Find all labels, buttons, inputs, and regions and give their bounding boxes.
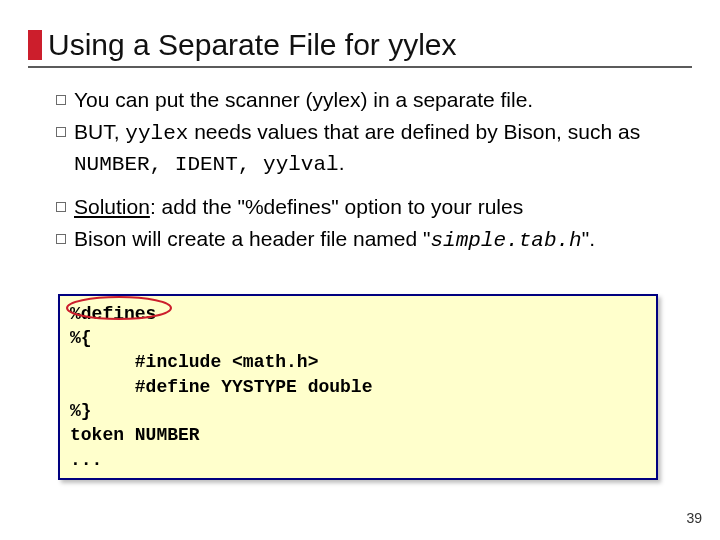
code-line: ... (70, 448, 646, 472)
text-fragment: needs values that are defined by Bison, … (188, 120, 640, 143)
code-line: %defines (70, 302, 646, 326)
bullet-text: You can put the scanner (yylex) in a sep… (74, 86, 682, 114)
code-line: %{ (70, 326, 646, 350)
bullet-text: Solution: add the "%defines" option to y… (74, 193, 682, 221)
slide-title: Using a Separate File for yylex (48, 28, 457, 62)
bullet-list: You can put the scanner (yylex) in a sep… (56, 86, 682, 256)
bullet-item: BUT, yylex needs values that are defined… (56, 118, 682, 179)
text-fragment: . (339, 151, 345, 174)
code-inline-italic: simple.tab.h (430, 229, 581, 252)
bullet-text: BUT, yylex needs values that are defined… (74, 118, 682, 179)
code-line: %} (70, 399, 646, 423)
text-fragment: Bison will create a header file named " (74, 227, 430, 250)
bullet-text: Bison will create a header file named "s… (74, 225, 682, 255)
page-number: 39 (686, 510, 702, 526)
square-bullet-icon (56, 234, 66, 244)
code-line: #include <math.h> (70, 350, 646, 374)
bullet-item: Bison will create a header file named "s… (56, 225, 682, 255)
underlined-text: Solution (74, 195, 150, 218)
bullet-item: You can put the scanner (yylex) in a sep… (56, 86, 682, 114)
code-inline: yylex (125, 122, 188, 145)
code-line: token NUMBER (70, 423, 646, 447)
square-bullet-icon (56, 202, 66, 212)
title-row: Using a Separate File for yylex (28, 28, 692, 62)
text-fragment: ". (582, 227, 595, 250)
text-fragment: : add the "%defines" option to your rule… (150, 195, 523, 218)
square-bullet-icon (56, 95, 66, 105)
code-line: #define YYSTYPE double (70, 375, 646, 399)
title-accent-bar (28, 30, 42, 60)
code-box: %defines %{ #include <math.h> #define YY… (58, 294, 658, 480)
square-bullet-icon (56, 127, 66, 137)
bullet-item: Solution: add the "%defines" option to y… (56, 193, 682, 221)
code-inline: NUMBER, IDENT, yylval (74, 153, 339, 176)
title-underline (28, 66, 692, 68)
text-fragment: BUT, (74, 120, 125, 143)
slide: Using a Separate File for yylex You can … (0, 0, 720, 540)
